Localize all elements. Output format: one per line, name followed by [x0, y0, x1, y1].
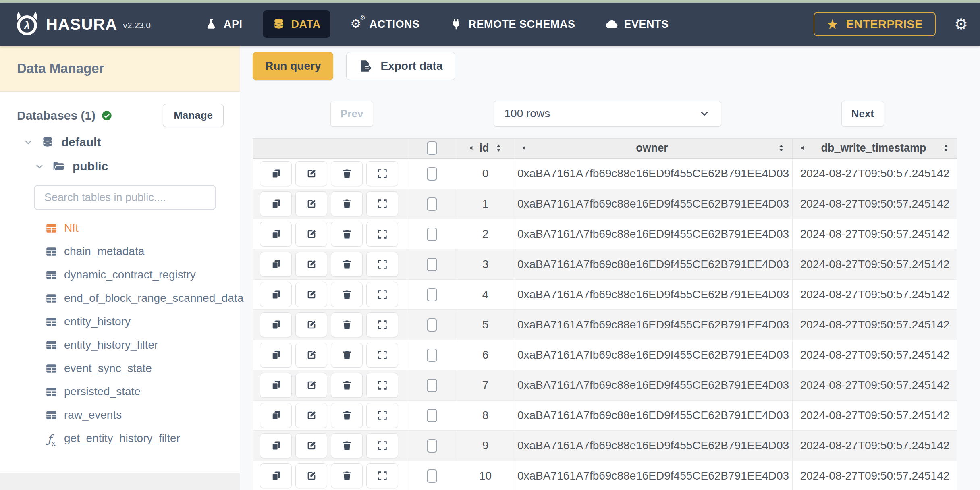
delete-row-button[interactable] [331, 403, 363, 428]
edit-row-button[interactable] [295, 373, 327, 398]
next-page-button[interactable]: Next [841, 101, 884, 127]
row-checkbox[interactable] [427, 318, 437, 332]
row-checkbox[interactable] [427, 349, 437, 362]
expand-row-button[interactable] [366, 222, 398, 247]
edit-row-button[interactable] [295, 252, 327, 277]
row-timestamp-cell: 2024-08-27T09:50:57.245142 [793, 401, 957, 430]
nav-item-remote-schemas[interactable]: REMOTE SCHEMAS [440, 10, 585, 38]
enterprise-button[interactable]: ★ ENTERPRISE [814, 12, 936, 36]
column-header-id[interactable]: id [457, 139, 514, 158]
delete-row-button[interactable] [331, 343, 363, 368]
sidebar-table-event-sync-state[interactable]: event_sync_state [45, 357, 240, 380]
column-header-db-write-timestamp[interactable]: db_write_timestamp [793, 139, 957, 158]
expand-row-button[interactable] [366, 433, 398, 458]
chevron-down-icon[interactable] [23, 137, 34, 148]
row-checkbox[interactable] [427, 469, 437, 483]
table-name-label: Nft [64, 222, 79, 235]
column-left-icon[interactable] [799, 145, 806, 152]
edit-row-button[interactable] [295, 463, 327, 488]
sidebar-table-end-of-block-range-scanned-data[interactable]: end_of_block_range_scanned_data [45, 287, 240, 310]
clone-row-button[interactable] [260, 252, 292, 277]
column-header-owner[interactable]: owner [514, 139, 793, 158]
expand-row-button[interactable] [366, 282, 398, 307]
edit-row-button[interactable] [295, 312, 327, 337]
sidebar-table-entity-history[interactable]: entity_history [45, 310, 240, 333]
clone-row-button[interactable] [260, 373, 292, 398]
edit-row-button[interactable] [295, 282, 327, 307]
nav-item-data[interactable]: DATA [263, 10, 330, 38]
sidebar-table-dynamic-contract-registry[interactable]: dynamic_contract_registry [45, 263, 240, 287]
chevron-down-icon[interactable] [34, 161, 45, 172]
clone-row-button[interactable] [260, 433, 292, 458]
clone-row-button[interactable] [260, 282, 292, 307]
page-size-select[interactable]: 100 rows [494, 101, 721, 127]
expand-row-button[interactable] [366, 373, 398, 398]
column-left-icon[interactable] [468, 145, 475, 152]
table-row: 50xaBA7161A7fb69c88e16ED9f455CE62B791EE4… [253, 310, 957, 340]
clone-row-button[interactable] [260, 312, 292, 337]
nav-item-events[interactable]: EVENTS [596, 10, 679, 38]
delete-row-button[interactable] [331, 312, 363, 337]
manage-button[interactable]: Manage [163, 104, 224, 127]
edit-row-button[interactable] [295, 343, 327, 368]
expand-row-button[interactable] [366, 161, 398, 186]
expand-row-button[interactable] [366, 252, 398, 277]
sidebar-table-raw-events[interactable]: raw_events [45, 403, 240, 427]
clone-row-button[interactable] [260, 463, 292, 488]
clone-row-button[interactable] [260, 191, 292, 216]
delete-row-button[interactable] [331, 252, 363, 277]
sidebar-table-chain-metadata[interactable]: chain_metadata [45, 240, 240, 263]
search-tables-input[interactable] [34, 185, 216, 210]
nav-item-actions[interactable]: ⚙⚙ACTIONS [341, 10, 430, 38]
edit-icon [306, 198, 317, 210]
expand-row-button[interactable] [366, 312, 398, 337]
delete-row-button[interactable] [331, 433, 363, 458]
expand-row-button[interactable] [366, 403, 398, 428]
tree-node-database[interactable]: default [23, 130, 240, 154]
edit-row-button[interactable] [295, 403, 327, 428]
select-all-checkbox[interactable] [427, 141, 437, 155]
sidebar-scrollbar[interactable] [0, 473, 240, 490]
row-checkbox[interactable] [427, 228, 437, 241]
nav-item-api[interactable]: API [195, 10, 252, 38]
run-query-button[interactable]: Run query [253, 52, 333, 80]
edit-row-button[interactable] [295, 222, 327, 247]
delete-row-button[interactable] [331, 222, 363, 247]
expand-row-button[interactable] [366, 463, 398, 488]
row-checkbox[interactable] [427, 197, 437, 211]
row-checkbox[interactable] [427, 409, 437, 422]
row-checkbox[interactable] [427, 167, 437, 181]
row-checkbox[interactable] [427, 258, 437, 271]
row-owner-cell: 0xaBA7161A7fb69c88e16ED9f455CE62B791EE4D… [514, 401, 793, 430]
tree-node-schema[interactable]: public [34, 154, 240, 179]
clone-row-button[interactable] [260, 161, 292, 186]
prev-page-button[interactable]: Prev [330, 101, 373, 127]
clone-row-button[interactable] [260, 222, 292, 247]
export-data-button[interactable]: Export data [346, 52, 455, 80]
delete-row-button[interactable] [331, 373, 363, 398]
row-checkbox[interactable] [427, 439, 437, 453]
sidebar-table-persisted-state[interactable]: persisted_state [45, 380, 240, 403]
clone-row-button[interactable] [260, 343, 292, 368]
sidebar-table-nft[interactable]: Nft [45, 216, 240, 240]
delete-row-button[interactable] [331, 161, 363, 186]
expand-row-button[interactable] [366, 191, 398, 216]
sort-icon[interactable] [494, 143, 503, 153]
gear-icon[interactable]: ⚙ [954, 17, 968, 32]
sort-icon[interactable] [777, 143, 786, 153]
edit-row-button[interactable] [295, 433, 327, 458]
sidebar-table-entity-history-filter[interactable]: entity_history_filter [45, 333, 240, 357]
delete-row-button[interactable] [331, 463, 363, 488]
delete-row-button[interactable] [331, 282, 363, 307]
row-checkbox[interactable] [427, 288, 437, 301]
edit-icon [306, 380, 317, 391]
row-checkbox[interactable] [427, 379, 437, 392]
sidebar-function-get-entity-history-filter[interactable]: ƒxget_entity_history_filter [45, 427, 240, 450]
sort-icon[interactable] [941, 143, 951, 153]
expand-row-button[interactable] [366, 343, 398, 368]
edit-row-button[interactable] [295, 161, 327, 186]
column-left-icon[interactable] [521, 145, 527, 152]
delete-row-button[interactable] [331, 191, 363, 216]
edit-row-button[interactable] [295, 191, 327, 216]
clone-row-button[interactable] [260, 403, 292, 428]
